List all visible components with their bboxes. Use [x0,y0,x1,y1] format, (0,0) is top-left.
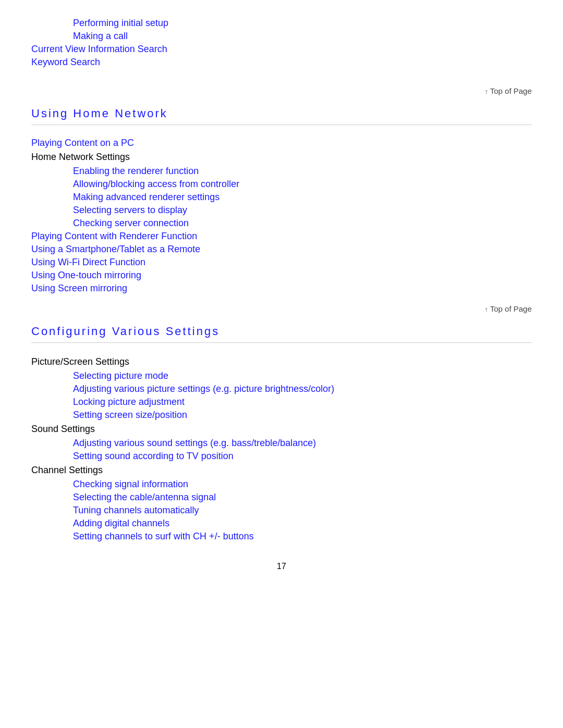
list-item[interactable]: Making a call [31,31,532,42]
using-screen-mirroring-link[interactable]: Using Screen mirroring [31,283,127,293]
configuring-various-settings-title: Configuring Various Settings [31,325,219,338]
list-item[interactable]: Allowing/blocking access from controller [31,179,532,190]
setting-sound-according-to-tv-position-link[interactable]: Setting sound according to TV position [73,451,234,461]
list-item[interactable]: Using One-touch mirroring [31,270,532,281]
adjusting-various-picture-settings-link[interactable]: Adjusting various picture settings (e.g.… [73,384,334,394]
playing-content-renderer-function-link[interactable]: Playing Content with Renderer Function [31,231,197,241]
list-item[interactable]: Selecting servers to display [31,205,532,216]
setting-screen-size-position-link[interactable]: Setting screen size/position [73,410,187,420]
sound-settings-label: Sound Settings [31,424,532,435]
list-item[interactable]: Adjusting various picture settings (e.g.… [31,384,532,394]
list-item[interactable]: Using Wi-Fi Direct Function [31,257,532,268]
tuning-channels-automatically-link[interactable]: Tuning channels automatically [73,505,199,515]
enabling-renderer-function-link[interactable]: Enabling the renderer function [73,166,199,176]
list-item[interactable]: Selecting the cable/antenna signal [31,492,532,503]
top-of-page-2-link[interactable]: Top of Page [485,304,532,313]
using-wifi-direct-function-link[interactable]: Using Wi-Fi Direct Function [31,257,145,267]
using-home-network-title: Using Home Network [31,107,168,120]
list-item[interactable]: Tuning channels automatically [31,505,532,516]
channel-settings-text: Channel Settings [31,465,103,475]
using-home-network-section-header: Using Home Network [31,107,532,125]
page-number: 17 [277,562,286,571]
allowing-blocking-access-link[interactable]: Allowing/blocking access from controller [73,179,239,189]
using-one-touch-mirroring-link[interactable]: Using One-touch mirroring [31,270,141,280]
list-item[interactable]: Making advanced renderer settings [31,192,532,203]
list-item[interactable]: Keyword Search [31,57,532,68]
top-of-page-1-link[interactable]: Top of Page [485,87,532,95]
using-smartphone-tablet-link[interactable]: Using a Smartphone/Tablet as a Remote [31,244,200,254]
making-advanced-renderer-settings-link[interactable]: Making advanced renderer settings [73,192,219,202]
list-item[interactable]: Using Screen mirroring [31,283,532,294]
setting-channels-to-surf-link[interactable]: Setting channels to surf with CH +/- but… [73,531,254,541]
making-a-call-link[interactable]: Making a call [73,31,128,41]
top-of-page-1-container: Top of Page [31,85,532,96]
checking-signal-information-link[interactable]: Checking signal information [73,479,188,489]
list-item[interactable]: Playing Content with Renderer Function [31,231,532,242]
channel-settings-label: Channel Settings [31,465,532,476]
adding-digital-channels-link[interactable]: Adding digital channels [73,518,169,528]
performing-initial-setup-link[interactable]: Performing initial setup [73,18,168,28]
list-item[interactable]: Performing initial setup [31,18,532,29]
home-network-settings-item: Home Network Settings [31,152,532,163]
page-number-container: 17 [31,562,532,571]
list-item[interactable]: Selecting picture mode [31,371,532,381]
keyword-search-link[interactable]: Keyword Search [31,57,100,67]
sound-settings-text: Sound Settings [31,424,95,434]
list-item[interactable]: Playing Content on a PC [31,138,532,149]
list-item[interactable]: Checking signal information [31,479,532,490]
top-links-section: Performing initial setup Making a call C… [31,10,532,80]
picture-screen-settings-text: Picture/Screen Settings [31,356,129,367]
list-item[interactable]: Adjusting various sound settings (e.g. b… [31,438,532,449]
picture-screen-settings-label: Picture/Screen Settings [31,356,532,367]
using-home-network-content: Playing Content on a PC Home Network Set… [31,133,532,298]
configuring-various-settings-section-header: Configuring Various Settings [31,325,532,343]
list-item[interactable]: Setting screen size/position [31,410,532,421]
checking-server-connection-link[interactable]: Checking server connection [73,218,189,228]
current-view-information-search-link[interactable]: Current View Information Search [31,44,167,54]
list-item[interactable]: Setting sound according to TV position [31,451,532,462]
list-item[interactable]: Current View Information Search [31,44,532,55]
list-item[interactable]: Locking picture adjustment [31,397,532,408]
home-network-settings-label: Home Network Settings [31,152,130,162]
playing-content-on-a-pc-link[interactable]: Playing Content on a PC [31,138,134,148]
list-item[interactable]: Adding digital channels [31,518,532,529]
adjusting-various-sound-settings-link[interactable]: Adjusting various sound settings (e.g. b… [73,438,316,448]
configuring-various-settings-content: Picture/Screen Settings Selecting pictur… [31,351,532,546]
locking-picture-adjustment-link[interactable]: Locking picture adjustment [73,397,185,407]
selecting-picture-mode-link[interactable]: Selecting picture mode [73,371,168,381]
selecting-cable-antenna-signal-link[interactable]: Selecting the cable/antenna signal [73,492,216,502]
list-item[interactable]: Checking server connection [31,218,532,229]
top-of-page-2-container: Top of Page [31,303,532,314]
list-item[interactable]: Setting channels to surf with CH +/- but… [31,531,532,542]
list-item[interactable]: Using a Smartphone/Tablet as a Remote [31,244,532,255]
list-item[interactable]: Enabling the renderer function [31,166,532,177]
selecting-servers-to-display-link[interactable]: Selecting servers to display [73,205,187,215]
